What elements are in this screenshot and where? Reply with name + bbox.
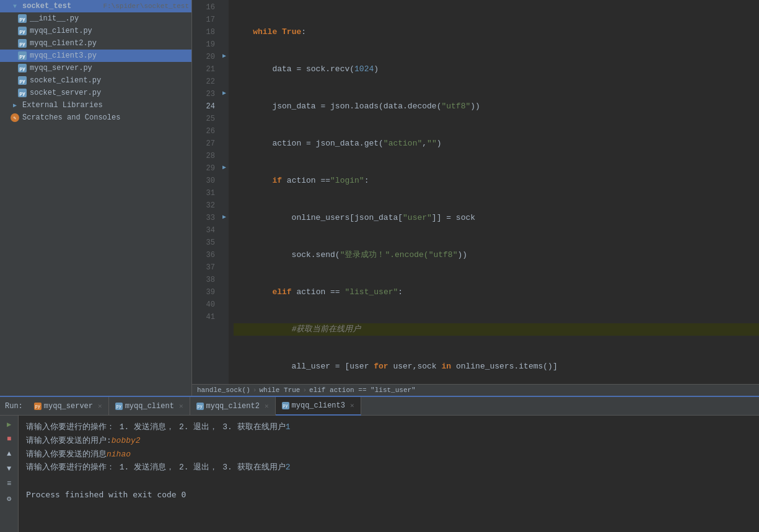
bottom-panel: Run: py myqq_server ✕ py myqq_client ✕ p… (0, 396, 759, 532)
line-num: 37 (192, 261, 215, 274)
tab-close-button[interactable]: ✕ (350, 401, 354, 409)
sidebar-item-myqq-client[interactable]: py myqq_client.py (0, 25, 191, 37)
console-line: 请输入你要进行的操作： 1. 发送消息， 2. 退出， 3. 获取在线用户1 (26, 421, 752, 434)
sidebar-item-socket-client[interactable]: py socket_client.py (0, 74, 191, 87)
run-tabs-bar: Run: py myqq_server ✕ py myqq_client ✕ p… (0, 397, 759, 416)
gutter-cell (220, 37, 229, 50)
tab-myqq-client[interactable]: py myqq_client ✕ (109, 397, 190, 416)
gutter-cell (220, 124, 229, 136)
sidebar-file-label: __init__.py (30, 14, 189, 23)
sidebar-project-root[interactable]: socket_test F:\spider\socket_test (0, 0, 191, 12)
line-num: 34 (192, 224, 215, 237)
code-line: json_data = json.loads(data.decode("utf8… (234, 100, 759, 113)
gutter-arrow: ▶ (220, 50, 229, 62)
code-line: all_user = [user for user,sock in online… (234, 360, 759, 373)
tab-label: myqq_client (125, 402, 174, 411)
gutter-arrow: ▶ (220, 211, 229, 223)
tab-myqq-client2[interactable]: py myqq_client2 ✕ (190, 397, 276, 416)
line-num: 38 (192, 274, 215, 286)
line-num: 24 (192, 100, 215, 113)
console-toolbar: ▶ ■ ▲ ▼ ≡ ⚙ (0, 416, 19, 532)
tab-icon: py (196, 403, 204, 410)
gutter-cell (220, 285, 229, 297)
sidebar-item-myqq-client3[interactable]: py myqq_client3.py (0, 50, 191, 62)
gutter-cell (220, 136, 229, 149)
main-container: socket_test F:\spider\socket_test py __i… (0, 0, 759, 396)
scratches-label: Scratches and Consoles (22, 113, 189, 122)
tab-close-button[interactable]: ✕ (265, 402, 269, 410)
tab-myqq-client3[interactable]: py myqq_client3 ✕ (276, 397, 361, 416)
gutter-arrow: ▶ (220, 87, 229, 99)
line-num: 16 (192, 1, 215, 14)
py-file-icon: py (17, 76, 27, 85)
tab-close-button[interactable]: ✕ (179, 402, 183, 410)
code-line: data = sock.recv(1024) (234, 63, 759, 76)
settings-button[interactable]: ⚙ (3, 492, 15, 505)
editor-container: 16 17 18 19 20 21 22 23 24 25 26 27 28 2… (192, 0, 759, 396)
sidebar-item-myqq-server[interactable]: py myqq_server.py (0, 62, 191, 74)
tab-close-button[interactable]: ✕ (98, 402, 102, 410)
run-button[interactable]: ▶ (3, 418, 15, 430)
line-num: 19 (192, 38, 215, 51)
project-path: F:\spider\socket_test (103, 2, 189, 10)
gutter-cell (220, 149, 229, 161)
py-file-icon: py (17, 14, 27, 24)
code-area[interactable]: 16 17 18 19 20 21 22 23 24 25 26 27 28 2… (192, 0, 759, 384)
py-file-icon: py (17, 63, 27, 73)
console-line: 请输入你要进行的操作： 1. 发送消息， 2. 退出， 3. 获取在线用户2 (26, 461, 752, 474)
sidebar-item-myqq-client2[interactable]: py myqq_client2.py (0, 37, 191, 50)
gutter-cell (220, 260, 229, 273)
sidebar-item-scratches[interactable]: ✎ Scratches and Consoles (0, 111, 191, 124)
clear-button[interactable]: ≡ (3, 477, 15, 490)
console-line: 请输入你要发送的用户:bobby2 (26, 435, 752, 448)
line-num: 36 (192, 249, 215, 261)
sidebar-file-label: myqq_client2.py (30, 39, 189, 48)
tab-icon: py (34, 403, 42, 410)
console-line (26, 475, 752, 488)
line-num: 40 (192, 299, 215, 311)
tab-label: myqq_client3 (292, 401, 345, 410)
breadcrumb-item[interactable]: while True (259, 386, 300, 394)
sidebar-item-socket-server[interactable]: py socket_server.py (0, 87, 191, 99)
gutter-cell (220, 99, 229, 111)
gutter-cell (220, 12, 229, 25)
sidebar-item-external-libraries[interactable]: External Libraries (0, 99, 191, 111)
sidebar-file-label: myqq_server.py (30, 64, 189, 72)
line-num: 30 (192, 175, 215, 187)
scroll-down-button[interactable]: ▼ (3, 463, 15, 475)
code-line: action = json_data.get("action","") (234, 137, 759, 150)
py-file-icon: py (17, 26, 27, 36)
breadcrumb-item[interactable]: handle_sock() (197, 386, 250, 394)
tab-myqq-server[interactable]: py myqq_server ✕ (28, 397, 109, 416)
py-file-icon: py (17, 88, 27, 98)
sidebar-item-init[interactable]: py __init__.py (0, 12, 191, 25)
line-num: 41 (192, 311, 215, 323)
gutter-cell (220, 198, 229, 211)
code-line-highlighted: #获取当前在线用户 (234, 323, 759, 336)
gutter: ▶ ▶ ▶ ▶ (220, 0, 229, 384)
sidebar: socket_test F:\spider\socket_test py __i… (0, 0, 192, 396)
breadcrumb-item[interactable]: elif action == "list_user" (309, 386, 416, 394)
project-name-label: socket_test (22, 2, 100, 11)
line-num: 35 (192, 237, 215, 249)
code-lines[interactable]: while True: data = sock.recv(1024) json_… (229, 0, 759, 384)
code-line: sock.send("登录成功！".encode("utf8")) (234, 249, 759, 261)
stop-button[interactable]: ■ (3, 433, 15, 445)
folder-open-icon (10, 1, 20, 11)
gutter-cell (220, 173, 229, 186)
console-line: 请输入你要发送的消息nihao (26, 448, 752, 461)
console-body: ▶ ■ ▲ ▼ ≡ ⚙ 请输入你要进行的操作： 1. 发送消息， 2. 退出， … (0, 416, 759, 532)
gutter-cell (220, 62, 229, 74)
breadcrumb: handle_sock() › while True › elif action… (192, 384, 759, 396)
line-numbers: 16 17 18 19 20 21 22 23 24 25 26 27 28 2… (192, 0, 220, 384)
console-exit-line: Process finished with exit code 0 (26, 489, 752, 502)
gutter-cell (220, 235, 229, 248)
breadcrumb-separator: › (302, 386, 307, 394)
gutter-cell (220, 273, 229, 285)
py-file-icon: py (17, 38, 27, 48)
line-num: 29 (192, 162, 215, 175)
py-file-icon: py (17, 51, 27, 61)
gutter-cell (220, 25, 229, 37)
scroll-up-button[interactable]: ▲ (3, 448, 15, 460)
line-num: 39 (192, 286, 215, 299)
